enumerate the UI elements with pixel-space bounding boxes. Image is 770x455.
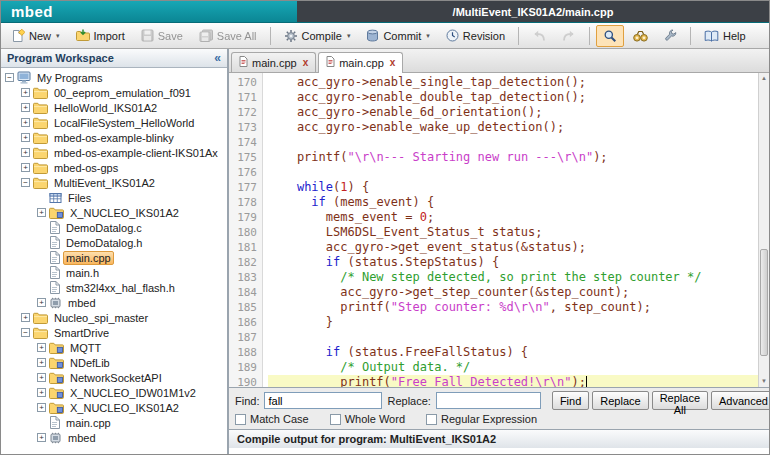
expand-icon[interactable]: +: [21, 313, 30, 322]
tree-item-x-nucleo-iks01a2[interactable]: +X_NUCLEO_IKS01A2: [1, 205, 227, 220]
help-button[interactable]: Help: [697, 26, 753, 46]
checkbox-icon[interactable]: [235, 414, 246, 425]
checkbox-icon[interactable]: [330, 414, 341, 425]
find-options-row: Match CaseWhole WordRegular Expression: [235, 413, 763, 425]
scroll-up-arrow-icon[interactable]: ▲: [759, 73, 769, 84]
tree-item-main-cpp[interactable]: main.cpp: [1, 250, 227, 265]
regular-expression-option[interactable]: Regular Expression: [426, 413, 537, 425]
save-all-button: Save All: [192, 25, 264, 46]
code-line: mems_event = 0;: [268, 210, 758, 225]
tree-item-smartdrive[interactable]: −SmartDrive: [1, 325, 227, 340]
tree-item-mbed-os-example-client-iks01ax[interactable]: +mbed-os-example-client-IKS01Ax: [1, 145, 227, 160]
code-line: [268, 165, 758, 180]
collapse-icon[interactable]: −: [21, 178, 30, 187]
tab-1-main-cpp[interactable]: main.cppx: [231, 52, 316, 72]
library-icon: [49, 372, 64, 384]
expand-icon[interactable]: +: [37, 403, 46, 412]
new-button[interactable]: New▾: [5, 25, 67, 47]
close-icon[interactable]: x: [303, 57, 309, 68]
tree-item-demodatalog-c[interactable]: DemoDatalog.c: [1, 220, 227, 235]
tree-item-x-nucleo-idw01m1v2[interactable]: +X_NUCLEO_IDW01M1v2: [1, 385, 227, 400]
tree-item-mqtt[interactable]: +MQTT: [1, 340, 227, 355]
tree-item-mbed[interactable]: +mbed: [1, 295, 227, 310]
replace-all-button[interactable]: Replace All: [652, 391, 708, 410]
tree-item-helloworld-iks01a2[interactable]: +HelloWorld_IKS01A2: [1, 100, 227, 115]
tree-item-my-programs[interactable]: −My Programs: [1, 70, 227, 85]
expand-icon[interactable]: +: [21, 163, 30, 172]
tree-item-nucleo-spi-master[interactable]: +Nucleo_spi_master: [1, 310, 227, 325]
collapse-icon[interactable]: −: [5, 73, 14, 82]
folder-icon: [33, 177, 48, 189]
find-button[interactable]: Find: [552, 391, 589, 410]
tree-item-ndeflib[interactable]: +NDefLib: [1, 355, 227, 370]
tree-item-mbed-os-gps[interactable]: +mbed-os-gps: [1, 160, 227, 175]
expand-icon[interactable]: +: [37, 373, 46, 382]
tree-item-mbed[interactable]: +mbed: [1, 430, 227, 445]
tree-item-stm32l4xx-hal-flash-h[interactable]: stm32l4xx_hal_flash.h: [1, 280, 227, 295]
expand-icon[interactable]: +: [37, 208, 46, 217]
chevron-down-icon: ▾: [347, 32, 351, 40]
expand-icon[interactable]: +: [37, 298, 46, 307]
expand-icon[interactable]: +: [37, 358, 46, 367]
expand-icon[interactable]: +: [21, 118, 30, 127]
find-button[interactable]: [596, 25, 624, 47]
import-button[interactable]: Import: [69, 25, 132, 46]
find-in-files-button[interactable]: [626, 26, 655, 46]
checkbox-icon[interactable]: [426, 414, 437, 425]
tree-item-mbed-os-example-blinky[interactable]: +mbed-os-example-blinky: [1, 130, 227, 145]
whole-word-option[interactable]: Whole Word: [330, 413, 405, 425]
tab-2-main-cpp[interactable]: main.cppx: [318, 52, 403, 73]
close-icon[interactable]: x: [390, 57, 396, 68]
expand-icon[interactable]: +: [21, 148, 30, 157]
code-line: if (status.StepStatus) {: [268, 255, 758, 270]
match-case-option[interactable]: Match Case: [235, 413, 309, 425]
expand-icon[interactable]: +: [21, 103, 30, 112]
tree-item-main-cpp[interactable]: main.cpp: [1, 415, 227, 430]
tree-item-localfilesystem-helloworld[interactable]: +LocalFileSystem_HelloWorld: [1, 115, 227, 130]
code-text-area[interactable]: acc_gyro->enable_single_tap_detection();…: [263, 73, 758, 387]
code-line: printf("Step counter: %d\r\n", step_coun…: [268, 300, 758, 315]
line-number: 181: [229, 240, 257, 255]
line-number: 188: [229, 345, 257, 360]
replace-input[interactable]: [436, 392, 541, 409]
expand-icon[interactable]: +: [21, 133, 30, 142]
line-number: 177: [229, 180, 257, 195]
grid-icon: [49, 192, 62, 204]
chip-icon: [49, 432, 62, 444]
code-line: acc_gyro->enable_6d_orientation();: [268, 105, 758, 120]
tree-item-demodatalog-h[interactable]: DemoDatalog.h: [1, 235, 227, 250]
folder-icon: [33, 117, 48, 129]
tree-item-00-eeprom-emulation-f091[interactable]: +00_eeprom_emulation_f091: [1, 85, 227, 100]
scroll-down-arrow-icon[interactable]: ▼: [759, 376, 769, 387]
scrollbar-thumb[interactable]: [760, 249, 768, 356]
expand-icon[interactable]: +: [37, 433, 46, 442]
find-row: Find: Replace: FindReplaceReplace AllAdv…: [235, 391, 763, 410]
code-editor[interactable]: 1701711721731741751761771781791801811821…: [229, 73, 769, 387]
toolbar-separator: [690, 27, 691, 45]
commit-button[interactable]: Commit▾: [359, 25, 436, 46]
replace-button[interactable]: Replace: [592, 391, 648, 410]
tree-item-networksocketapi[interactable]: +NetworkSocketAPI: [1, 370, 227, 385]
page-icon: [49, 281, 60, 294]
revision-button[interactable]: Revision: [439, 25, 512, 46]
settings-button[interactable]: [657, 25, 684, 46]
tree-item-files[interactable]: Files: [1, 190, 227, 205]
expand-icon[interactable]: +: [21, 88, 30, 97]
find-input[interactable]: [264, 392, 382, 409]
compile-output-header: Compile output for program: MultiEvent_I…: [229, 429, 769, 448]
tree-item-x-nucleo-iks01a2[interactable]: +X_NUCLEO_IKS01A2: [1, 400, 227, 415]
tree-item-multievent-iks01a2[interactable]: −MultiEvent_IKS01A2: [1, 175, 227, 190]
collapse-sidebar-button[interactable]: «: [214, 51, 221, 65]
expand-icon[interactable]: +: [37, 343, 46, 352]
compile-button[interactable]: Compile▾: [277, 25, 358, 47]
line-number: 170: [229, 75, 257, 90]
mbed-logo[interactable]: mbed: [1, 3, 63, 20]
advanced-button[interactable]: Advanced: [711, 391, 770, 410]
collapse-icon[interactable]: −: [21, 328, 30, 337]
tree-item-main-h[interactable]: main.h: [1, 265, 227, 280]
replace-label: Replace:: [387, 395, 430, 407]
line-number: 185: [229, 300, 257, 315]
toolbar-separator: [589, 27, 590, 45]
expand-icon[interactable]: +: [37, 388, 46, 397]
editor-vertical-scrollbar[interactable]: ▲ ▼: [758, 73, 769, 387]
